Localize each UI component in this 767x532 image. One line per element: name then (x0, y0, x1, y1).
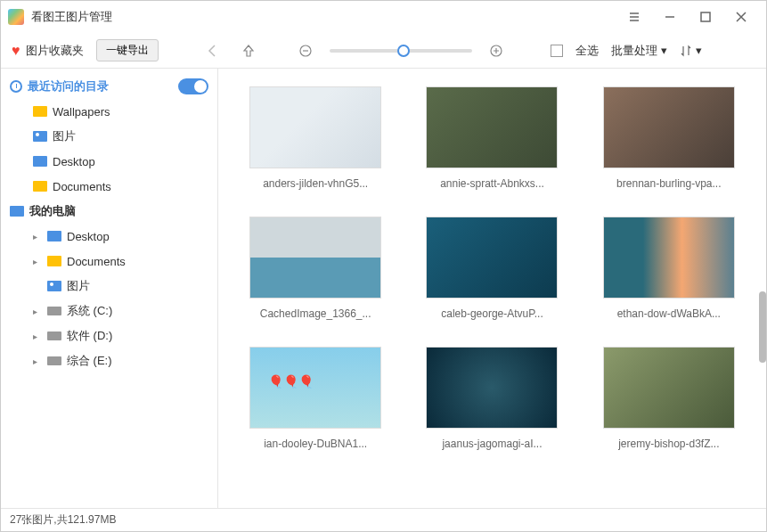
status-text: 27张图片,共121.97MB (10, 512, 116, 528)
monitor-icon (47, 231, 61, 241)
thumbnail-image (426, 217, 558, 299)
maximize-button[interactable] (688, 1, 723, 33)
favorites-link[interactable]: ♥ 图片收藏夹 (12, 43, 84, 59)
tree-item-label: Desktop (67, 230, 110, 243)
favorites-label: 图片收藏夹 (26, 43, 84, 59)
thumbnail-image (249, 347, 381, 429)
thumbnail-image (603, 86, 735, 168)
folder-icon (33, 106, 47, 117)
computer-icon (10, 206, 24, 217)
disk-icon (47, 307, 61, 315)
thumbnail-label: brennan-burling-vpa... (616, 177, 721, 190)
export-button[interactable]: 一键导出 (96, 39, 159, 61)
folder-icon (33, 181, 47, 192)
sidebar-item-label: Desktop (53, 155, 95, 168)
tree-item-label: 图片 (67, 278, 90, 294)
select-all-checkbox[interactable] (551, 45, 563, 57)
scrollbar[interactable] (759, 291, 766, 363)
recent-label: 最近访问的目录 (28, 78, 109, 94)
tree-item-label: Documents (67, 255, 126, 268)
thumbnail-item[interactable]: CachedImage_1366_... (245, 217, 386, 320)
sidebar-item-documents[interactable]: Documents (1, 174, 217, 199)
zoom-slider[interactable] (330, 49, 472, 53)
chevron-down-icon: ▾ (661, 44, 667, 57)
sidebar-item-desktop[interactable]: Desktop (1, 149, 217, 174)
thumbnail-item[interactable]: annie-spratt-Abnkxs... (421, 86, 562, 190)
thumbnail-item[interactable]: jeremy-bishop-d3fZ... (599, 347, 739, 450)
thumbnail-image (426, 86, 558, 168)
thumbnail-item[interactable]: anders-jilden-vhnG5... (245, 86, 386, 190)
sort-icon (680, 45, 692, 57)
tree-item-label: 软件 (D:) (67, 328, 112, 344)
disk-icon (47, 331, 61, 340)
thumbnail-label: CachedImage_1366_... (260, 307, 371, 320)
sidebar: 最近访问的目录 Wallpapers 图片 Desktop Documents … (1, 69, 218, 508)
tree-item-label: 综合 (E:) (67, 353, 112, 369)
close-button[interactable] (723, 1, 759, 33)
thumbnail-image (603, 347, 735, 429)
svg-rect-0 (701, 12, 710, 21)
sort-dropdown[interactable]: ▾ (680, 44, 702, 57)
sidebar-item-label: 图片 (53, 128, 76, 144)
tree-item-desktop[interactable]: ▸Desktop (1, 224, 217, 249)
thumbnail-item[interactable]: ian-dooley-DuBNA1... (245, 347, 386, 450)
mycomputer-header[interactable]: 我的电脑 (1, 199, 217, 224)
thumbnail-image (603, 217, 735, 299)
picture-icon (33, 131, 47, 142)
picture-icon (47, 281, 61, 291)
recent-header[interactable]: 最近访问的目录 (1, 74, 217, 99)
thumbnail-item[interactable]: jaanus-jagomagi-aI... (421, 347, 562, 450)
tree-item-label: 系统 (C:) (67, 303, 112, 319)
folder-icon (47, 256, 61, 266)
sidebar-item-wallpapers[interactable]: Wallpapers (1, 99, 217, 124)
thumbnail-item[interactable]: ethan-dow-dWaBkA... (599, 217, 739, 320)
app-icon (8, 9, 24, 25)
tree-item-drive-d[interactable]: ▸软件 (D:) (1, 323, 217, 348)
expand-icon[interactable]: ▸ (33, 307, 42, 316)
thumbnail-label: jeremy-bishop-d3fZ... (618, 438, 719, 450)
mycomputer-label: 我的电脑 (29, 203, 76, 219)
select-all-label: 全选 (575, 43, 599, 59)
sidebar-item-label: Documents (53, 180, 111, 193)
expand-icon[interactable]: ▸ (33, 331, 42, 341)
zoom-in-button[interactable] (485, 39, 508, 62)
tree-item-documents[interactable]: ▸Documents (1, 249, 217, 274)
recent-toggle[interactable] (178, 78, 208, 94)
zoom-out-button[interactable] (294, 39, 317, 62)
sidebar-item-pictures[interactable]: 图片 (1, 124, 217, 149)
thumbnail-item[interactable]: brennan-burling-vpa... (599, 86, 739, 190)
thumbnail-item[interactable]: caleb-george-AtvuP... (421, 217, 562, 320)
thumbnail-label: jaanus-jagomagi-aI... (442, 438, 542, 450)
thumbnail-label: ian-dooley-DuBNA1... (264, 438, 367, 450)
expand-icon[interactable]: ▸ (33, 257, 42, 266)
thumbnail-label: caleb-george-AtvuP... (441, 307, 543, 320)
heart-icon: ♥ (12, 43, 20, 59)
clock-icon (10, 80, 22, 93)
thumbnail-label: anders-jilden-vhnG5... (263, 177, 368, 190)
thumbnail-image (426, 347, 558, 429)
menu-button[interactable] (616, 1, 652, 33)
monitor-icon (33, 156, 47, 167)
thumbnail-label: ethan-dow-dWaBkA... (617, 307, 721, 320)
expand-icon[interactable]: ▸ (33, 356, 42, 366)
batch-label: 批量处理 (611, 43, 657, 59)
thumbnail-image (249, 86, 381, 168)
tree-item-pictures[interactable]: ▸图片 (1, 274, 217, 299)
thumbnail-image (249, 217, 381, 299)
tree-item-drive-c[interactable]: ▸系统 (C:) (1, 299, 217, 323)
batch-dropdown[interactable]: 批量处理 ▾ (611, 43, 667, 59)
back-button[interactable] (201, 39, 224, 62)
disk-icon (47, 356, 61, 365)
window-title: 看图王图片管理 (31, 9, 616, 25)
up-button[interactable] (237, 39, 260, 62)
tree-item-drive-e[interactable]: ▸综合 (E:) (1, 348, 217, 373)
content-area: anders-jilden-vhnG5...annie-spratt-Abnkx… (218, 69, 766, 508)
chevron-down-icon: ▾ (696, 44, 702, 57)
minimize-button[interactable] (652, 1, 688, 33)
thumbnail-label: annie-spratt-Abnkxs... (440, 177, 544, 190)
sidebar-item-label: Wallpapers (53, 105, 110, 119)
expand-icon[interactable]: ▸ (33, 232, 42, 241)
